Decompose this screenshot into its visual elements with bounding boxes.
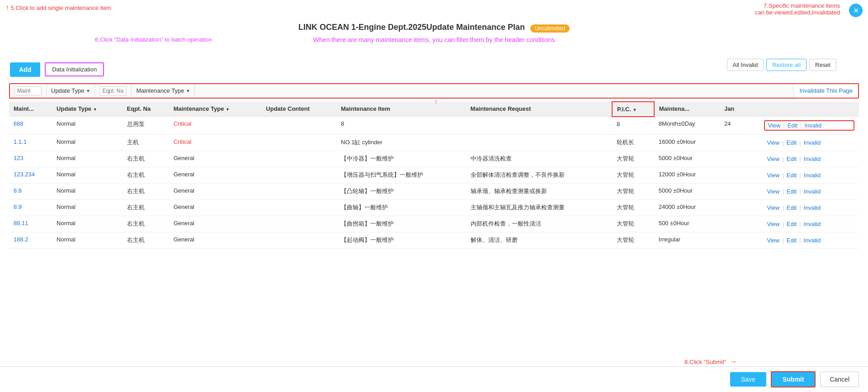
cell-update-type: Normal xyxy=(52,216,122,232)
id-link[interactable]: 1.1.1 xyxy=(14,138,27,145)
cell-eqpt-na: 右主机 xyxy=(123,232,169,249)
edit-button[interactable]: Edit xyxy=(787,237,797,244)
filter-eqpt-input[interactable] xyxy=(99,86,127,95)
filter-update-type[interactable]: Update Type ▼ xyxy=(47,84,95,98)
invalid-button[interactable]: Invalid xyxy=(804,188,821,195)
main-table: Maint... Update Type ▼ Eqpt. Na Maintena… xyxy=(9,101,859,249)
cell-pic: 大管轮 xyxy=(612,151,654,167)
cell-jan: 24 xyxy=(720,117,747,135)
cell-jan xyxy=(720,232,747,249)
row-actions: View | Edit | Invalid xyxy=(764,220,854,228)
annotation-note7: 7.Specific maintenance items can be view… xyxy=(755,2,840,16)
filter-up-arrow: ↑ xyxy=(434,98,438,106)
annotation-note6: 6.Click "Data Initialization" to batch o… xyxy=(95,36,212,43)
table-row: 888 Normal 总用泵 Critical 8 8 8Month±0Day … xyxy=(9,117,859,135)
cell-update-type: Normal xyxy=(52,184,122,200)
filter-maintenance-type[interactable]: Maintenance Type ▼ xyxy=(132,84,195,98)
cell-update-content xyxy=(261,216,336,232)
id-link[interactable]: 123 xyxy=(14,155,24,161)
cell-maintenance-type: General xyxy=(169,216,262,232)
view-button[interactable]: View xyxy=(767,221,779,227)
filter-maint xyxy=(10,84,47,98)
cell-maintenance-request: 解体、清洁、研磨 xyxy=(466,232,612,249)
cell-maintenance-request: 全部解体清洁检查调整，不良件换新 xyxy=(466,167,612,184)
id-link[interactable]: 8.8 xyxy=(14,187,22,194)
view-button[interactable]: View xyxy=(767,204,779,211)
all-invalid-button[interactable]: All Invalid xyxy=(727,59,764,71)
cell-actions: View | Edit | Invalid xyxy=(760,200,859,216)
cell-update-content xyxy=(261,135,336,151)
page-wrapper: ↑ 5.Click to add single maintenance item… xyxy=(0,0,868,392)
invalid-button[interactable]: Invalid xyxy=(804,237,821,244)
cell-empty xyxy=(747,216,760,232)
cell-maintena: 16000 ±0Hour xyxy=(654,135,720,151)
cell-update-type: Normal xyxy=(52,232,122,249)
cell-jan xyxy=(720,216,747,232)
cell-jan xyxy=(720,184,747,200)
id-link[interactable]: 188.2 xyxy=(14,236,28,243)
status-badge: Unsubmitted xyxy=(530,24,570,33)
view-button[interactable]: View xyxy=(767,172,779,179)
cell-maintenance-type: Critical xyxy=(169,135,262,151)
close-button[interactable]: ✕ xyxy=(849,4,863,17)
id-link[interactable]: 8.9 xyxy=(14,203,22,210)
filter-maint-input[interactable] xyxy=(14,86,42,95)
edit-button[interactable]: Edit xyxy=(787,156,797,162)
table-body: 888 Normal 总用泵 Critical 8 8 8Month±0Day … xyxy=(9,117,859,249)
view-button[interactable]: View xyxy=(767,237,779,244)
reset-button[interactable]: Reset xyxy=(809,59,836,71)
add-button[interactable]: Add xyxy=(10,62,40,77)
col-jan: Jan xyxy=(720,102,747,117)
cell-update-type: Normal xyxy=(52,135,122,151)
cell-jan xyxy=(720,151,747,167)
invalid-button[interactable]: Invalid xyxy=(804,221,821,227)
cell-eqpt-na: 右主机 xyxy=(123,167,169,184)
annotation-note8: 8.Click "Submit" → xyxy=(684,358,737,366)
edit-button[interactable]: Edit xyxy=(787,204,797,211)
cell-id: 888 xyxy=(9,117,52,135)
cell-actions: View | Edit | Invalid xyxy=(760,216,859,232)
cell-update-content xyxy=(261,167,336,184)
view-button[interactable]: View xyxy=(767,156,779,162)
edit-button[interactable]: Edit xyxy=(787,221,797,227)
col-actions-header xyxy=(760,102,859,117)
annotation-row: 6.Click "Data Initialization" to batch o… xyxy=(9,35,859,59)
edit-button[interactable]: Edit xyxy=(787,188,797,195)
submit-button[interactable]: Submit xyxy=(771,371,816,387)
row-actions: View | Edit | Invalid xyxy=(764,236,854,245)
col-eqpt-na: Eqpt. Na xyxy=(123,102,169,117)
cancel-button[interactable]: Cancel xyxy=(820,372,859,387)
invalid-button[interactable]: Invalid xyxy=(804,156,821,162)
invalid-button[interactable]: Invalid xyxy=(804,204,821,211)
cell-update-content xyxy=(261,117,336,135)
data-initialization-button[interactable]: Data Initialization xyxy=(45,62,104,76)
cell-maintenance-item: NO.1缸 cylinder xyxy=(336,135,466,151)
edit-button[interactable]: Edit xyxy=(787,172,797,179)
id-link[interactable]: 88.11 xyxy=(14,220,28,227)
save-button[interactable]: Save xyxy=(730,372,766,387)
id-link[interactable]: 123.234 xyxy=(14,171,35,178)
view-button[interactable]: View xyxy=(767,188,779,195)
invalid-button[interactable]: Invalid xyxy=(804,139,821,146)
invalid-button[interactable]: Invalid xyxy=(805,122,822,129)
table-row: 123 Normal 右主机 General 【中冷器】一般维护 中冷器清洗检查… xyxy=(9,151,859,167)
cell-id: 88.11 xyxy=(9,216,52,232)
table-row: 1.1.1 Normal 主机 Critical NO.1缸 cylinder … xyxy=(9,135,859,151)
cell-maintenance-item: 【中冷器】一般维护 xyxy=(336,151,466,167)
annotation-center: When there are many maintenance items, y… xyxy=(313,36,555,43)
invalid-button[interactable]: Invalid xyxy=(804,172,821,179)
cell-maintena: 8Month±0Day xyxy=(654,117,720,135)
edit-button[interactable]: Edit xyxy=(787,139,797,146)
table-row: 123.234 Normal 右主机 General 【增压器与扫气系统】一般维… xyxy=(9,167,859,184)
right-toolbar: All Invalid Restore-all Reset xyxy=(727,59,836,71)
col-update-content: Update Content xyxy=(261,102,336,117)
col-maintenance-type: Maintenance Type ▼ xyxy=(169,102,262,117)
restore-all-button[interactable]: Restore-all xyxy=(766,59,807,71)
id-link[interactable]: 888 xyxy=(14,120,24,127)
filter-eqpt-na xyxy=(95,84,132,98)
view-button[interactable]: View xyxy=(767,139,779,146)
row-actions: View | Edit | Invalid xyxy=(764,203,854,212)
edit-button[interactable]: Edit xyxy=(788,122,797,129)
view-button[interactable]: View xyxy=(768,122,780,129)
invalidate-this-page-button[interactable]: Invalidate This Page xyxy=(799,87,853,94)
